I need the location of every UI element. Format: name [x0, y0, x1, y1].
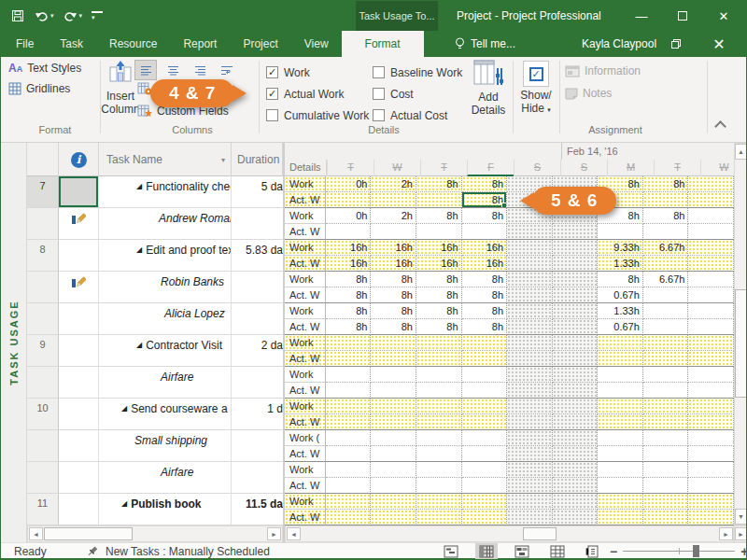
tab-format[interactable]: Format — [342, 31, 424, 57]
usage-cell[interactable] — [643, 319, 689, 335]
checked-checkbox-icon[interactable]: ✓ — [266, 66, 278, 78]
detail-row-label[interactable]: Work — [285, 240, 326, 256]
usage-cell[interactable] — [416, 383, 462, 399]
usage-cell[interactable] — [416, 462, 462, 478]
usage-cell[interactable] — [643, 462, 689, 478]
usage-cell[interactable]: 6.67h — [643, 272, 689, 287]
usage-cell[interactable] — [371, 446, 416, 462]
scroll-down-button[interactable]: ▼ — [735, 509, 747, 525]
usage-cell[interactable] — [326, 430, 372, 446]
duration-cell[interactable]: 2 da — [232, 335, 283, 366]
usage-cell[interactable] — [598, 446, 643, 462]
usage-cell[interactable] — [598, 351, 643, 367]
collapse-triangle-icon[interactable]: ◢ — [121, 404, 127, 413]
usage-cell[interactable] — [416, 335, 462, 351]
usage-cell[interactable]: 8h — [643, 208, 689, 224]
usage-cell[interactable] — [371, 462, 416, 478]
usage-cell[interactable] — [553, 303, 599, 319]
checked-checkbox-icon[interactable]: ✓ — [266, 88, 278, 100]
redo-button[interactable]: ▾ — [63, 10, 83, 22]
zoom-slider-thumb[interactable] — [693, 545, 699, 557]
usage-cell[interactable] — [507, 351, 553, 367]
zoom-out-button[interactable]: − — [610, 545, 617, 558]
align-center-icon[interactable] — [162, 61, 183, 79]
usage-cell[interactable]: 16h — [462, 256, 508, 272]
usage-cell[interactable] — [688, 510, 734, 525]
usage-cell[interactable] — [371, 351, 416, 367]
usage-cell[interactable] — [553, 319, 599, 335]
usage-cell[interactable] — [553, 367, 599, 383]
tab-task[interactable]: Task — [47, 31, 96, 57]
vertical-scroll-thumb[interactable] — [735, 289, 747, 398]
usage-cell[interactable] — [598, 399, 643, 414]
usage-cell[interactable] — [643, 430, 689, 446]
detail-row-label[interactable]: Work — [285, 303, 326, 319]
day-header[interactable]: W — [700, 160, 734, 176]
usage-cell[interactable] — [371, 383, 416, 399]
usage-cell[interactable] — [462, 446, 508, 462]
usage-cell[interactable] — [326, 462, 372, 478]
usage-cell[interactable]: 8h — [462, 287, 508, 303]
task-name-cell[interactable]: Airfare — [99, 462, 232, 493]
right-horizontal-thumb[interactable] — [523, 527, 557, 540]
usage-cell[interactable]: 8h — [416, 319, 462, 335]
usage-cell[interactable] — [507, 462, 553, 478]
usage-cell[interactable] — [326, 192, 372, 208]
usage-cell[interactable]: 8h — [462, 303, 508, 319]
task-name-cell[interactable]: Alicia Lopez — [99, 303, 232, 334]
detail-row-label[interactable]: Work — [285, 367, 326, 383]
checkbox-work[interactable]: ✓Work — [266, 62, 373, 83]
gantt-chart-view-button[interactable] — [440, 543, 462, 559]
usage-cell[interactable] — [688, 287, 734, 303]
detail-row-label[interactable]: Work — [285, 399, 326, 414]
unchecked-checkbox-icon[interactable] — [373, 88, 385, 100]
usage-cell[interactable] — [326, 351, 372, 367]
collapse-triangle-icon[interactable]: ◢ — [136, 245, 142, 254]
usage-cell[interactable]: 0.67h — [598, 319, 643, 335]
save-icon[interactable] — [10, 8, 25, 23]
usage-cell[interactable] — [643, 478, 689, 494]
usage-cell[interactable] — [598, 462, 643, 478]
usage-cell[interactable] — [507, 240, 553, 256]
usage-cell[interactable]: 16h — [462, 240, 508, 256]
text-styles-button[interactable]: AA Text Styles — [8, 62, 81, 75]
detail-row-label[interactable]: Act. W — [285, 224, 326, 240]
usage-cell[interactable]: 8h — [326, 303, 372, 319]
usage-cell[interactable] — [598, 224, 643, 240]
usage-cell[interactable] — [688, 446, 734, 462]
task-name-cell[interactable]: ◢Functionality check — [99, 176, 232, 207]
usage-cell[interactable] — [553, 335, 599, 351]
usage-cell[interactable] — [688, 430, 734, 446]
usage-cell[interactable] — [462, 335, 508, 351]
usage-cell[interactable]: 9.33h — [598, 240, 643, 256]
usage-cell[interactable] — [507, 256, 553, 272]
usage-cell[interactable] — [688, 319, 734, 335]
task-name-cell[interactable]: Small shipping — [99, 430, 232, 461]
usage-cell[interactable] — [688, 494, 734, 510]
usage-cell[interactable] — [553, 494, 599, 510]
usage-cell[interactable] — [462, 414, 508, 430]
usage-cell[interactable] — [507, 319, 553, 335]
usage-cell[interactable] — [688, 478, 734, 494]
usage-cell[interactable]: 8h — [326, 272, 372, 287]
usage-cell[interactable] — [416, 367, 462, 383]
vertical-scrollbar[interactable]: ▲ ▼ — [734, 143, 747, 525]
usage-cell[interactable] — [371, 399, 416, 414]
detail-row-label[interactable]: Act. W — [285, 510, 326, 525]
usage-cell[interactable] — [688, 383, 734, 399]
duration-cell[interactable] — [232, 208, 283, 239]
detail-row-label[interactable]: Act. W — [285, 319, 326, 335]
usage-cell[interactable] — [326, 367, 372, 383]
usage-cell[interactable] — [462, 367, 508, 383]
detail-row-label[interactable]: Act. W — [285, 446, 326, 462]
usage-cell[interactable] — [371, 335, 416, 351]
task-name-cell[interactable]: ◢Contractor Visit — [99, 335, 232, 366]
usage-cell[interactable] — [553, 287, 599, 303]
checkbox-actual-work[interactable]: ✓Actual Work — [266, 83, 373, 105]
usage-cell[interactable]: 2h — [371, 176, 416, 192]
usage-cell[interactable] — [643, 192, 689, 208]
usage-cell[interactable] — [371, 494, 416, 510]
detail-row-label[interactable]: Work — [285, 494, 326, 510]
usage-cell[interactable] — [688, 208, 734, 224]
left-scroll-left-button[interactable]: ◄ — [29, 527, 43, 540]
